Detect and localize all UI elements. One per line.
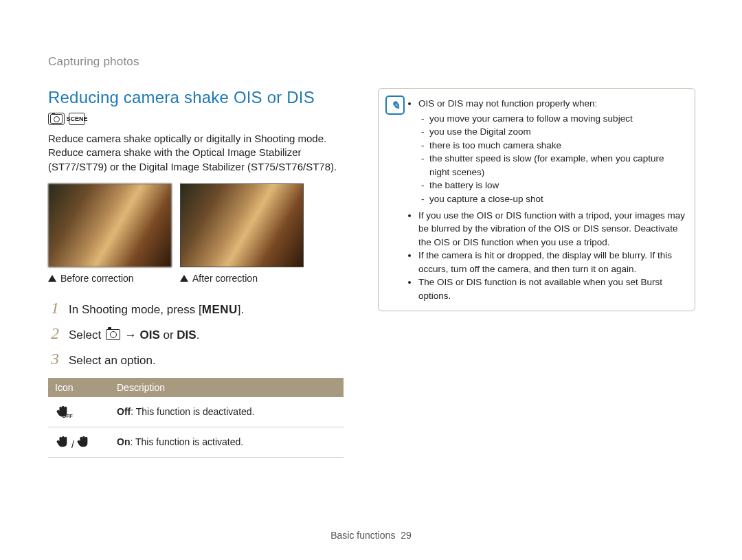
after-caption: After correction [180, 273, 302, 284]
before-caption: Before correction [48, 273, 170, 284]
options-table: Icon Description OFF Off: This function … [48, 378, 344, 458]
table-head-icon: Icon [48, 378, 110, 397]
footer-section: Basic functions [330, 530, 395, 541]
sample-after: After correction [180, 183, 302, 284]
note-lead: OIS or DIS may not function properly whe… [418, 97, 685, 206]
step-2: 2 Select → OIS or DIS. [48, 324, 344, 343]
note-subitem: you capture a close-up shot [429, 192, 685, 206]
step-list: 1 In Shooting mode, press [MENU]. 2 Sele… [48, 299, 344, 368]
camera-p-icon [48, 113, 65, 125]
icon-cell: / [48, 427, 110, 457]
triangle-icon [48, 275, 56, 282]
note-subitem: you use the Digital zoom [429, 125, 685, 139]
table-row: / On: This function is activated. [48, 427, 344, 457]
icon-sub-label: OFF [62, 413, 73, 419]
after-correction-image [180, 183, 304, 267]
hand-dis-icon [76, 434, 91, 448]
icon-cell: OFF [48, 397, 110, 427]
breadcrumb: Capturing photos [48, 55, 695, 69]
note-icon: ✎ [385, 96, 405, 115]
two-column-layout: Reducing camera shake OIS or DIS SCENE R… [48, 88, 695, 458]
page-footer: Basic functions 29 [0, 530, 742, 541]
before-correction-image [48, 183, 172, 267]
table-head-desc: Description [110, 378, 344, 397]
step-text: In Shooting mode, press [MENU]. [69, 303, 244, 317]
caption-text: Before correction [60, 273, 134, 284]
right-column: ✎ OIS or DIS may not function properly w… [378, 88, 695, 458]
triangle-icon [180, 275, 188, 282]
step-text: Select → OIS or DIS. [69, 328, 199, 342]
camera-icon [106, 329, 120, 340]
note-subitem: the battery is low [429, 179, 685, 192]
menu-label: MENU [202, 303, 238, 316]
scene-icon: SCENE [69, 113, 85, 125]
note-subitem: you move your camera to follow a moving … [429, 112, 685, 126]
manual-page: Capturing photos Reducing camera shake O… [0, 0, 742, 560]
note-subitem: there is too much camera shake [429, 139, 685, 153]
step-1: 1 In Shooting mode, press [MENU]. [48, 299, 344, 317]
sample-before: Before correction [48, 183, 170, 284]
table-row: OFF Off: This function is deactivated. [48, 397, 344, 427]
note-list: OIS or DIS may not function properly whe… [409, 97, 685, 302]
caption-text: After correction [192, 273, 258, 284]
mode-icon-row: SCENE [48, 113, 344, 125]
footer-page-number: 29 [401, 530, 412, 541]
note-bullet: The OIS or DIS function is not available… [418, 276, 685, 302]
left-column: Reducing camera shake OIS or DIS SCENE R… [48, 88, 344, 458]
page-title: Reducing camera shake OIS or DIS [48, 88, 344, 107]
note-sublist: you move your camera to follow a moving … [418, 112, 685, 206]
intro-text: Reduce camera shake optically or digital… [48, 132, 344, 174]
hand-off-icon: OFF [55, 404, 70, 418]
step-number: 2 [48, 324, 62, 343]
step-number: 1 [48, 299, 62, 317]
note-subitem: the shutter speed is slow (for example, … [429, 152, 685, 179]
step-number: 3 [48, 350, 62, 368]
hand-ois-icon [55, 434, 70, 448]
note-bullet: If you use the OIS or DIS function with … [418, 209, 685, 249]
desc-cell: Off: This function is deactivated. [110, 397, 344, 427]
note-bullet: If the camera is hit or dropped, the dis… [418, 249, 685, 276]
sample-images: Before correction After correction [48, 183, 344, 284]
desc-cell: On: This function is activated. [110, 427, 344, 457]
note-box: ✎ OIS or DIS may not function properly w… [378, 88, 695, 311]
step-text: Select an option. [69, 354, 156, 368]
step-3: 3 Select an option. [48, 350, 344, 368]
